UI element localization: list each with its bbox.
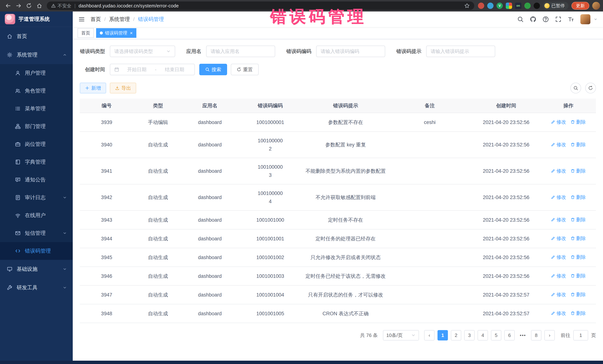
page-size-select[interactable]: 10条/页 [383,330,419,341]
add-button[interactable]: 新增 [80,83,106,93]
app-logo-row[interactable]: 芋道管理系统 [0,11,73,27]
delete-link[interactable]: 删除 [570,193,586,201]
search-icon[interactable] [517,16,524,22]
edit-link[interactable]: 修改 [551,253,566,261]
cell-app: dashboard [183,184,237,210]
page-content: 错误码类型 请选择错误码类型 应用名 错误码编码 错误码提示 [73,39,603,361]
page-button-5[interactable]: 5 [491,330,501,341]
export-button[interactable]: 导出 [110,83,136,93]
forward-icon[interactable] [14,1,23,10]
sidebar-toggle-icon[interactable] [78,16,85,22]
edit-link[interactable]: 修改 [551,309,566,317]
reset-button[interactable]: 重置 [231,64,259,75]
browser-home-icon[interactable] [35,1,44,10]
breadcrumb-item[interactable]: 系统管理 [109,16,130,23]
page-button-4[interactable]: 4 [477,330,488,341]
delete-link[interactable]: 删除 [570,216,586,224]
page-button-2[interactable]: 2 [451,330,461,341]
sidebar-item-label: 研发工具 [17,284,37,291]
prev-page-button[interactable]: ‹ [424,330,435,341]
back-icon[interactable] [4,1,13,10]
page-size-value: 10条/页 [386,332,403,339]
sidebar-item-post-management[interactable]: 岗位管理 [0,135,73,153]
search-button[interactable]: 搜索 [199,64,227,75]
help-icon[interactable] [543,16,549,22]
edit-link[interactable]: 修改 [551,290,566,298]
sidebar-item-role-management[interactable]: 角色管理 [0,82,73,100]
pagination: 共 76 条10条/页‹123456•••8›前往页 [80,330,596,341]
extension-icon-red[interactable] [478,3,484,9]
start-date-input[interactable] [121,67,153,72]
page-button-1[interactable]: 1 [438,330,448,341]
breadcrumb-item[interactable]: 首页 [91,16,101,23]
tab-close-icon[interactable]: × [130,31,133,35]
chevron-down-icon[interactable] [594,17,597,21]
update-button[interactable]: 更新 [571,2,589,10]
tab-label: 错误码管理 [105,30,127,36]
sidebar-item-online-users[interactable]: 在线用户 [0,207,73,224]
sidebar-item-audit-log[interactable]: 审计日志 [0,189,73,207]
sidebar-item-notice-announcement[interactable]: 通知公告 [0,171,73,189]
page-button-6[interactable]: 6 [504,330,515,341]
error-msg-input[interactable] [431,49,491,54]
sidebar-item-dept-management[interactable]: 部门管理 [0,118,73,135]
delete-link[interactable]: 删除 [570,118,586,126]
bubble-icon [15,177,21,183]
sidebar-item-dev-tools[interactable]: 研发工具 [0,278,73,297]
sidebar-item-error-code-management[interactable]: 错误码管理 [0,242,73,260]
page-button-3[interactable]: 3 [464,330,475,341]
user-avatar[interactable] [580,14,590,24]
delete-link[interactable]: 删除 [570,167,586,175]
delete-link[interactable]: 删除 [570,141,586,149]
sidebar-item-system-management[interactable]: 系统管理 [0,46,73,64]
extension-icon-on[interactable]: on [515,3,521,9]
sidebar-item-home[interactable]: 首页 [0,27,73,46]
sidebar-item-menu-management[interactable]: 菜单管理 [0,100,73,118]
edit-link[interactable]: 修改 [551,141,566,149]
delete-link[interactable]: 删除 [570,290,586,298]
app-window: 芋道管理系统 首页系统管理用户管理角色管理菜单管理部门管理岗位管理字典管理通知公… [0,11,603,361]
paused-badge[interactable]: 已暂停 [543,2,568,10]
edit-link[interactable]: 修改 [551,272,566,280]
date-range-picker[interactable]: - [110,64,195,75]
extension-icon-blue[interactable] [487,3,494,9]
address-bar[interactable]: 不安全 | dashboard.yudao.iocoder.cn/system/… [47,1,474,10]
delete-link[interactable]: 删除 [570,253,586,261]
reload-icon[interactable] [24,1,33,10]
browser-profile-avatar[interactable] [592,2,600,10]
edit-link[interactable]: 修改 [551,118,566,126]
edit-link[interactable]: 修改 [551,193,566,201]
edit-link[interactable]: 修改 [551,167,566,175]
delete-link[interactable]: 删除 [570,309,586,317]
calendar-icon [114,67,119,72]
sidebar-item-dict-management[interactable]: 字典管理 [0,153,73,171]
app-name-input[interactable] [211,49,271,54]
extension-icon-green-v[interactable]: V [497,3,503,9]
page-button-8[interactable]: 8 [531,330,541,341]
tab-home[interactable]: 首页 [78,28,94,38]
sidebar-item-sms-management[interactable]: 短信管理 [0,224,73,242]
sidebar-item-user-management[interactable]: 用户管理 [0,64,73,82]
extension-icon-grid[interactable] [506,3,512,9]
fullscreen-icon[interactable] [555,16,561,22]
sidebar-item-infrastructure[interactable]: 基础设施 [0,260,73,278]
delete-link[interactable]: 删除 [570,272,586,280]
end-date-input[interactable] [159,67,190,72]
font-size-icon[interactable] [568,16,574,22]
bookmark-star-icon[interactable] [464,3,470,9]
tab-error-code[interactable]: 错误码管理× [96,28,136,38]
refresh-table-button[interactable] [585,83,596,93]
edit-link[interactable]: 修改 [551,234,566,243]
delete-link[interactable]: 删除 [570,234,586,243]
error-code-input[interactable] [321,49,381,54]
page-ellipsis[interactable]: ••• [518,330,528,341]
goto-page-input[interactable] [573,330,588,341]
edit-link[interactable]: 修改 [551,216,566,224]
extension-icon-dark[interactable] [533,3,540,9]
error-type-select[interactable]: 请选择错误码类型 [110,46,175,57]
github-icon[interactable] [530,16,536,22]
cell-msg: CRON 表达式不正确 [303,304,388,323]
toggle-search-button[interactable] [570,83,581,93]
next-page-button[interactable]: › [544,330,555,341]
extension-icon-green[interactable] [524,3,531,9]
